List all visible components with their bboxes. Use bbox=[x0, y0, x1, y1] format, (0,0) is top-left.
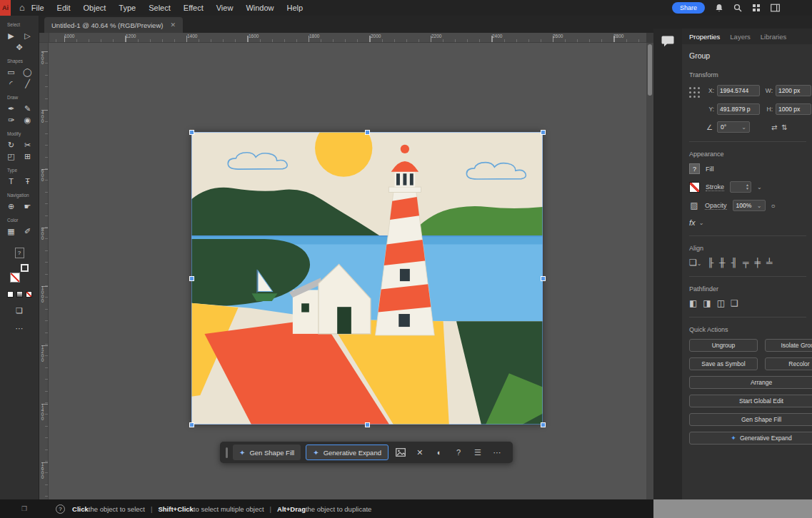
lighthouse-window-2[interactable] bbox=[399, 314, 410, 327]
gen-shape-fill-button[interactable]: ✦ Gen Shape Fill bbox=[233, 445, 301, 460]
menu-object[interactable]: Object bbox=[77, 0, 113, 16]
flip-horizontal-icon[interactable]: ⇄ bbox=[771, 123, 777, 131]
lighthouse-ball-shape[interactable] bbox=[401, 145, 409, 153]
pathfinder-minus-front-icon[interactable]: ◨ bbox=[703, 298, 711, 308]
direct-selection-tool-icon[interactable]: ▷ bbox=[23, 31, 32, 41]
toolbar-help-icon[interactable]: ? bbox=[15, 248, 24, 258]
menu-icon[interactable]: ☰ bbox=[471, 445, 485, 459]
selection-handle-n[interactable] bbox=[365, 130, 370, 135]
color-swatch[interactable] bbox=[7, 291, 14, 298]
pathfinder-exclude-icon[interactable]: ❑ bbox=[731, 298, 738, 308]
selection-handle-s[interactable] bbox=[365, 422, 370, 427]
selection-handle-se[interactable] bbox=[541, 422, 546, 427]
transform-tool-icon[interactable]: ⊞ bbox=[23, 151, 32, 161]
selection-handle-ne[interactable] bbox=[541, 130, 546, 135]
scrollbar-thumb[interactable] bbox=[648, 44, 652, 96]
vertical-type-tool-icon[interactable]: Ŧ bbox=[23, 176, 32, 186]
vertical-scrollbar[interactable] bbox=[646, 43, 653, 499]
artboard[interactable] bbox=[191, 132, 543, 425]
brush-tool-icon[interactable]: ✑ bbox=[6, 115, 16, 125]
opacity-mask-icon[interactable]: ○ bbox=[771, 202, 776, 210]
ungroup-button[interactable]: Ungroup bbox=[689, 339, 758, 352]
isolate-group-button[interactable]: Isolate Group bbox=[765, 339, 812, 352]
comments-icon[interactable] bbox=[661, 35, 675, 499]
align-top-icon[interactable]: ╤ bbox=[743, 258, 749, 268]
opacity-link[interactable]: Opacity bbox=[705, 202, 727, 210]
menu-select[interactable]: Select bbox=[142, 0, 177, 16]
arrange-button[interactable]: Arrange bbox=[689, 376, 812, 389]
stroke-swatch[interactable] bbox=[689, 182, 700, 193]
ellipse-tool-icon[interactable]: ◯ bbox=[23, 67, 32, 77]
fx-button[interactable]: fx bbox=[689, 218, 696, 227]
width-field[interactable] bbox=[776, 85, 811, 96]
close-tab-icon[interactable]: ✕ bbox=[170, 21, 176, 29]
stroke-weight-stepper[interactable]: ▲▼ bbox=[730, 181, 751, 193]
flip-vertical-icon[interactable]: ⇅ bbox=[781, 123, 787, 131]
arc-tool-icon[interactable]: ◜ bbox=[6, 78, 16, 88]
pencil-tool-icon[interactable]: ✎ bbox=[23, 103, 32, 113]
gen-shape-fill-quick-button[interactable]: Gen Shape Fill bbox=[689, 413, 812, 426]
selection-handle-w[interactable] bbox=[189, 276, 194, 281]
generative-expand-quick-button[interactable]: ✦ Generative Expand bbox=[689, 432, 812, 445]
eyedropper-tool-icon[interactable]: ✐ bbox=[23, 226, 32, 236]
swatches-tool-icon[interactable]: ▦ bbox=[6, 226, 16, 236]
fill-proxy-swatch[interactable] bbox=[10, 273, 20, 283]
stroke-link[interactable]: Stroke bbox=[706, 183, 724, 191]
contrast-icon[interactable]: ◐ bbox=[432, 445, 446, 459]
selection-handle-sw[interactable] bbox=[189, 422, 194, 427]
none-swatch[interactable] bbox=[26, 291, 32, 298]
pathfinder-unite-icon[interactable]: ◧ bbox=[689, 298, 697, 308]
help-icon[interactable]: ? bbox=[451, 445, 466, 459]
align-right-icon[interactable]: ╢ bbox=[731, 258, 738, 268]
menu-file[interactable]: File bbox=[25, 0, 51, 16]
rectangle-tool-icon[interactable]: ▭ bbox=[6, 67, 16, 77]
lighthouse-gallery-shape[interactable] bbox=[389, 187, 421, 192]
align-bottom-icon[interactable]: ╧ bbox=[766, 258, 773, 268]
selection-tool-icon[interactable]: ▶ bbox=[6, 31, 16, 41]
reference-point-locator[interactable] bbox=[689, 87, 701, 116]
notifications-bell-icon[interactable] bbox=[715, 4, 723, 12]
search-icon[interactable] bbox=[733, 4, 742, 12]
menu-help[interactable]: Help bbox=[281, 0, 310, 16]
status-bar-scroll-area[interactable] bbox=[653, 499, 812, 518]
more-options-icon[interactable]: ⋯ bbox=[490, 445, 504, 459]
share-button[interactable]: Share bbox=[672, 2, 705, 14]
image-trace-icon[interactable] bbox=[394, 445, 408, 459]
y-field[interactable] bbox=[717, 103, 760, 115]
rotate-tool-icon[interactable]: ↻ bbox=[6, 140, 16, 150]
generative-expand-button[interactable]: ✦ Generative Expand bbox=[306, 445, 389, 460]
tab-properties[interactable]: Properties bbox=[689, 33, 720, 41]
align-center-horizontal-icon[interactable]: ╫ bbox=[719, 258, 726, 268]
tab-libraries[interactable]: Libraries bbox=[761, 33, 786, 41]
align-left-icon[interactable]: ╟ bbox=[707, 258, 713, 268]
lighthouse-window-1[interactable] bbox=[400, 269, 410, 281]
gradient-swatch[interactable] bbox=[16, 291, 23, 298]
opacity-select[interactable]: 100% ⌄ bbox=[733, 200, 766, 211]
pen-tool-icon[interactable]: ✒ bbox=[6, 103, 16, 113]
line-tool-icon[interactable]: ╱ bbox=[23, 78, 32, 88]
tab-layers[interactable]: Layers bbox=[730, 33, 751, 41]
x-field[interactable] bbox=[717, 85, 760, 96]
more-tools-icon[interactable]: ⋯ bbox=[16, 324, 24, 333]
close-icon[interactable]: ✕ bbox=[413, 445, 427, 459]
menu-effect[interactable]: Effect bbox=[177, 0, 210, 16]
pathfinder-intersect-icon[interactable]: ◫ bbox=[717, 298, 725, 308]
menu-window[interactable]: Window bbox=[239, 0, 280, 16]
fill-swatch[interactable]: ? bbox=[689, 163, 700, 174]
chevron-down-icon[interactable]: ⌄ bbox=[757, 184, 762, 191]
menu-view[interactable]: View bbox=[210, 0, 240, 16]
selection-handle-nw[interactable] bbox=[189, 130, 194, 135]
taskbar-grip[interactable] bbox=[226, 447, 228, 458]
illustrator-logo[interactable]: Ai bbox=[0, 0, 11, 16]
panel-layout-icon[interactable] bbox=[771, 4, 780, 12]
home-icon[interactable]: ⌂ bbox=[19, 0, 25, 16]
start-global-edit-button[interactable]: Start Global Edit bbox=[689, 395, 812, 407]
scale-tool-icon[interactable]: ◰ bbox=[6, 151, 16, 161]
workspace-grid-icon[interactable] bbox=[752, 4, 761, 12]
house-door-shape[interactable] bbox=[337, 307, 351, 334]
help-circle-icon[interactable]: ? bbox=[56, 504, 65, 514]
stroke-proxy-swatch[interactable] bbox=[21, 264, 29, 272]
type-tool-icon[interactable]: T bbox=[6, 176, 16, 186]
save-as-symbol-button[interactable]: Save as Symbol bbox=[689, 357, 758, 370]
height-field[interactable] bbox=[776, 103, 811, 115]
